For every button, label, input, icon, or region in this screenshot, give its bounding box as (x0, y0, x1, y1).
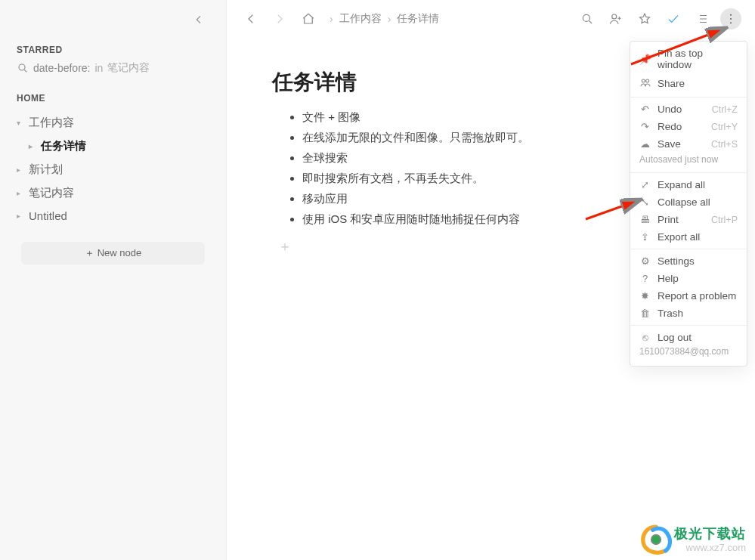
chevron-right-icon (17, 212, 24, 220)
menu-label: Trash (658, 308, 738, 319)
menu-label: Report a problem (658, 290, 738, 302)
svg-point-5 (730, 22, 732, 23)
sidebar-tree: 工作内容 任务详情 新计划 笔记内容 Untitled (0, 108, 226, 227)
tree-item-label: 新计划 (29, 162, 63, 177)
menu-report[interactable]: ✸ Report a problem (630, 287, 747, 305)
menu-label: Undo (658, 104, 705, 115)
share-icon (639, 76, 651, 91)
menu-shortcut: Ctrl+S (711, 139, 738, 150)
menu-separator (630, 325, 747, 326)
menu-separator (630, 97, 747, 97)
autosave-note: Autosaved just now (630, 153, 747, 169)
chevron-right-icon (29, 142, 36, 150)
export-icon: ⇪ (639, 231, 651, 243)
menu-export[interactable]: ⇪ Export all (630, 228, 747, 246)
expand-icon: ⤢ (639, 179, 651, 190)
tree-item-new-plan[interactable]: 新计划 (6, 158, 220, 181)
menu-separator (630, 249, 747, 249)
breadcrumb-sep: › (330, 13, 333, 25)
bug-icon: ✸ (639, 290, 651, 302)
chevron-right-icon (17, 189, 24, 197)
help-icon: ? (639, 273, 651, 284)
done-button[interactable] (663, 8, 684, 29)
search-button[interactable] (577, 8, 598, 29)
menu-label: Expand all (658, 179, 738, 190)
more-menu-button[interactable] (720, 8, 741, 29)
menu-share[interactable]: Share (630, 73, 747, 94)
tree-item-label: 工作内容 (29, 116, 74, 130)
collapse-sidebar-button[interactable] (188, 11, 209, 31)
menu-expand-all[interactable]: ⤢ Expand all (630, 176, 747, 193)
sidebar-search[interactable]: date-before: in 笔记内容 (0, 60, 226, 79)
save-icon: ☁ (639, 138, 651, 150)
trash-icon: 🗑 (639, 308, 651, 319)
menu-settings[interactable]: ⚙ Settings (630, 252, 747, 270)
svg-point-2 (612, 14, 617, 19)
tree-item-notes[interactable]: 笔记内容 (6, 181, 220, 205)
nav-forward-button[interactable] (269, 8, 290, 29)
tree-item-task-detail[interactable]: 任务详情 (6, 135, 220, 158)
star-button[interactable] (634, 8, 655, 29)
menu-redo[interactable]: ↷ Redo Ctrl+Y (630, 118, 747, 135)
menu-collapse-all[interactable]: ⤡ Collapse all (630, 193, 747, 211)
menu-label: Help (658, 273, 738, 284)
search-in-prefix: in (95, 62, 104, 74)
menu-pin[interactable]: 📌 Pin as top window (630, 45, 747, 73)
list-button[interactable] (692, 8, 713, 29)
more-menu-dropdown: 📌 Pin as top window Share ↶ Undo Ctrl+Z … (630, 41, 747, 367)
list-icon (695, 12, 709, 26)
tree-item-label: 任务详情 (41, 139, 86, 153)
search-in-target: 笔记内容 (107, 61, 150, 75)
print-icon: 🖶 (639, 214, 651, 225)
tree-item-label: 笔记内容 (29, 186, 74, 200)
pin-icon: 📌 (639, 54, 651, 65)
breadcrumb: › 工作内容 › 任务详情 (330, 12, 439, 26)
add-user-icon (609, 12, 623, 26)
watermark-logo-icon (640, 524, 672, 555)
add-user-button[interactable] (605, 8, 627, 29)
tree-item-untitled[interactable]: Untitled (6, 205, 220, 227)
menu-label: Print (658, 214, 704, 225)
menu-separator (630, 172, 747, 173)
tree-item-label: Untitled (29, 209, 67, 222)
home-icon (302, 12, 315, 26)
menu-label: Log out (658, 332, 738, 343)
menu-label: Settings (658, 255, 738, 267)
menu-label: Collapse all (658, 196, 738, 208)
menu-help[interactable]: ? Help (630, 270, 747, 287)
menu-shortcut: Ctrl+Y (711, 122, 738, 132)
home-section-label: HOME (0, 79, 226, 108)
arrow-left-icon (193, 14, 205, 26)
menu-undo[interactable]: ↶ Undo Ctrl+Z (630, 101, 747, 118)
menu-label: Export all (658, 231, 738, 243)
menu-print[interactable]: 🖶 Print Ctrl+P (630, 211, 747, 228)
menu-trash[interactable]: 🗑 Trash (630, 305, 747, 322)
breadcrumb-item[interactable]: 工作内容 (339, 12, 382, 26)
topbar: › 工作内容 › 任务详情 (227, 0, 755, 38)
new-node-button[interactable]: ＋New node (21, 242, 205, 265)
svg-point-3 (730, 14, 732, 16)
nav-home-button[interactable] (298, 8, 319, 29)
chevron-right-icon (273, 12, 286, 26)
svg-point-6 (642, 79, 645, 82)
menu-save[interactable]: ☁ Save Ctrl+S (630, 135, 747, 153)
search-icon (17, 62, 29, 74)
chevron-left-icon (244, 12, 258, 26)
menu-shortcut: Ctrl+Z (712, 104, 738, 115)
redo-icon: ↷ (639, 121, 651, 132)
more-vertical-icon (724, 12, 738, 26)
star-icon (638, 12, 651, 26)
nav-back-button[interactable] (240, 8, 261, 29)
menu-label: Share (658, 78, 738, 89)
starred-section-label: STARRED (0, 31, 226, 60)
breadcrumb-item[interactable]: 任务详情 (397, 12, 439, 26)
check-icon (667, 12, 680, 26)
svg-point-1 (583, 14, 589, 21)
user-email: 1610073884@qq.com (630, 346, 747, 363)
gear-icon: ⚙ (639, 255, 651, 267)
tree-item-work[interactable]: 工作内容 (6, 111, 220, 135)
menu-logout[interactable]: ⎋ Log out (630, 329, 747, 346)
menu-label: Save (658, 138, 704, 150)
svg-point-10 (651, 535, 661, 545)
menu-shortcut: Ctrl+P (711, 215, 738, 225)
